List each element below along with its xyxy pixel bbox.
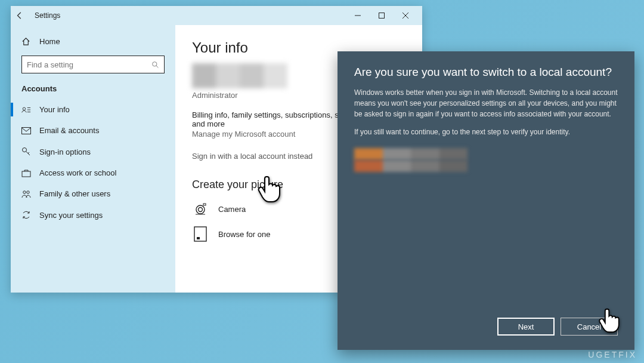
dialog-body1: Windows works better when you sign in wi…	[354, 87, 618, 119]
svg-point-17	[196, 205, 205, 214]
svg-point-15	[23, 190, 26, 193]
minimize-button[interactable]	[346, 7, 370, 24]
svg-point-11	[23, 148, 27, 152]
maximize-button[interactable]	[370, 7, 394, 24]
briefcase-icon	[21, 169, 31, 177]
sync-icon	[21, 210, 31, 220]
svg-rect-10	[22, 127, 31, 134]
key-icon	[21, 147, 31, 156]
svg-point-16	[27, 190, 29, 193]
nav-label: Your info	[39, 105, 70, 114]
svg-rect-14	[22, 171, 30, 177]
svg-point-18	[199, 208, 203, 212]
nav-label: Email & accounts	[39, 126, 99, 135]
home-link[interactable]: Home	[11, 32, 175, 51]
user-info-redacted	[354, 148, 467, 172]
dialog-body2: If you still want to continue, go to the…	[354, 127, 618, 137]
svg-rect-1	[379, 13, 385, 19]
nav-label: Sign-in options	[39, 147, 91, 156]
camera-icon	[192, 201, 209, 217]
svg-rect-21	[197, 237, 200, 239]
window-title: Settings	[35, 11, 60, 20]
svg-point-4	[153, 61, 157, 66]
switch-account-dialog: Are you sure you want to switch to a loc…	[338, 51, 634, 350]
svg-line-5	[156, 66, 158, 67]
nav-sync-settings[interactable]: Sync your settings	[11, 204, 175, 226]
nav-label: Access work or school	[39, 168, 116, 177]
home-icon	[21, 37, 31, 46]
search-box[interactable]	[21, 56, 165, 73]
user-name-redacted	[192, 63, 287, 88]
cancel-button[interactable]: Cancel	[561, 318, 618, 336]
people-icon	[21, 190, 31, 198]
dialog-buttons: Next Cancel	[354, 318, 618, 336]
back-button[interactable]	[16, 11, 30, 20]
nav-email-accounts[interactable]: Email & accounts	[11, 120, 175, 141]
next-button[interactable]: Next	[497, 318, 555, 336]
nav-family-users[interactable]: Family & other users	[11, 183, 175, 204]
nav-your-info[interactable]: Your info	[11, 99, 175, 120]
person-card-icon	[21, 106, 31, 114]
browse-label: Browse for one	[218, 230, 270, 239]
nav-label: Sync your settings	[39, 211, 103, 220]
svg-rect-19	[203, 204, 206, 205]
watermark: UGETFIX	[588, 350, 637, 359]
nav-label: Family & other users	[39, 189, 110, 198]
search-input[interactable]	[27, 60, 151, 69]
titlebar: Settings	[11, 6, 422, 25]
svg-rect-20	[194, 227, 206, 241]
mail-icon	[21, 127, 31, 134]
browse-icon	[192, 226, 209, 242]
home-label: Home	[39, 37, 60, 46]
nav-signin-options[interactable]: Sign-in options	[11, 141, 175, 162]
sidebar: Home Accounts Your info Email & accounts…	[11, 25, 175, 293]
nav-access-work[interactable]: Access work or school	[11, 162, 175, 183]
dialog-title: Are you sure you want to switch to a loc…	[354, 66, 618, 79]
close-button[interactable]	[394, 7, 417, 24]
search-icon	[151, 61, 159, 69]
svg-line-13	[28, 152, 29, 153]
svg-point-6	[23, 107, 25, 110]
section-label: Accounts	[11, 82, 175, 99]
camera-label: Camera	[218, 205, 246, 214]
